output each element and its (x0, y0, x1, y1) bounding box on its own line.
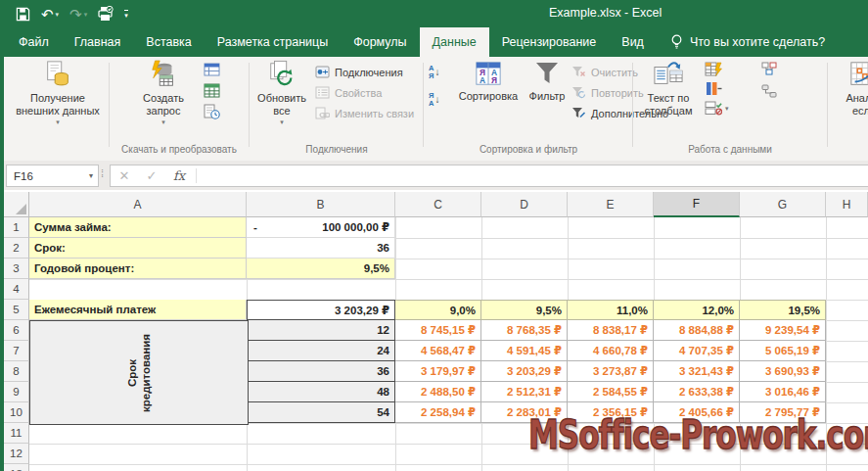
cell-payment[interactable]: 4 660,78 ₽ (568, 341, 654, 361)
undo-icon[interactable]: ↶▾ (41, 7, 59, 22)
cell-b5[interactable]: 3 203,29 ₽ (247, 300, 395, 320)
insert-function-button[interactable]: fx (165, 168, 193, 183)
text-to-columns-button[interactable]: Текст по столбцам (638, 60, 699, 118)
connections-button[interactable]: Подключения (315, 62, 414, 82)
row-header-7[interactable]: 7 (4, 341, 29, 361)
group-label-connections: Подключения (251, 144, 423, 155)
row-header-10[interactable]: 10 (4, 402, 29, 423)
row-header-3[interactable]: 3 (4, 259, 29, 279)
relationships-icon[interactable] (761, 84, 777, 98)
cell-payment[interactable]: 5 065,19 ₽ (740, 341, 826, 361)
tab-insert[interactable]: Вставка (133, 27, 204, 57)
cell-payment[interactable]: 3 179,97 ₽ (395, 361, 481, 382)
cell-payment[interactable]: 3 273,87 ₽ (568, 361, 654, 382)
tab-formulas[interactable]: Формулы (341, 27, 419, 57)
cell-rate-header[interactable]: 12,0% (654, 300, 740, 320)
cell-payment[interactable]: 2 488,50 ₽ (395, 382, 481, 402)
undo-caret-icon[interactable]: ▾ (56, 11, 60, 18)
cell-rate-header[interactable]: 19,5% (740, 300, 826, 320)
sort-descending-icon[interactable]: ЯА↓ (429, 92, 439, 107)
cell-payment[interactable]: 8 884,88 ₽ (654, 320, 740, 341)
cell-b2[interactable]: 36 (247, 238, 395, 259)
name-box[interactable]: F16 ▾ (6, 165, 99, 187)
column-header-G[interactable]: G (740, 192, 826, 217)
cell-rate-header[interactable]: 11,0% (568, 300, 654, 320)
cell-term[interactable]: 24 (247, 341, 395, 361)
recent-sources-icon[interactable] (204, 104, 220, 119)
cell-payment[interactable]: 3 203,29 ₽ (481, 361, 568, 382)
cell-term[interactable]: 12 (247, 320, 395, 341)
save-icon[interactable] (16, 7, 30, 22)
tab-view[interactable]: Вид (609, 27, 657, 57)
column-header-D[interactable]: D (481, 192, 568, 217)
cell-payment[interactable]: 3 690,93 ₽ (740, 361, 826, 382)
cell-payment[interactable]: 2 633,38 ₽ (654, 382, 740, 402)
data-validation-button[interactable]: ▾ (705, 101, 729, 116)
ribbon-tabs: ФайлГлавнаяВставкаРазметка страницыФорму… (6, 27, 657, 57)
get-external-data-button[interactable]: Получение внешних данных ▾ (14, 60, 102, 126)
merged-cell-loan-term[interactable]: Срок кредитования (29, 320, 249, 425)
show-queries-icon[interactable] (204, 63, 220, 77)
column-header-F[interactable]: F (654, 192, 740, 217)
tab-review[interactable]: Рецензирование (489, 27, 610, 57)
sort-button[interactable]: ЯААЯ Сортировка (452, 60, 525, 103)
what-if-analysis-button[interactable]: Анализ если (835, 60, 868, 118)
cell-rate-header[interactable]: 9,5% (481, 300, 568, 320)
column-header-C[interactable]: C (395, 192, 481, 217)
cell-payment[interactable]: 2 512,31 ₽ (481, 382, 568, 402)
cell-payment[interactable]: 4 591,45 ₽ (481, 341, 568, 361)
cell-payment[interactable]: 2 584,55 ₽ (568, 382, 654, 402)
cell-rate-header[interactable]: 9,0% (395, 300, 481, 320)
tab-home[interactable]: Главная (62, 27, 134, 57)
row-header-12[interactable]: 12 (4, 444, 29, 464)
cell-b1[interactable]: - 100 000,00 ₽ (247, 217, 395, 238)
refresh-all-button[interactable]: Обновить все ▾ (252, 60, 311, 126)
cell-payment[interactable]: 8 768,35 ₽ (481, 320, 568, 341)
customize-quick-access-icon[interactable]: ▾ (124, 10, 128, 19)
consolidate-icon[interactable] (761, 62, 777, 75)
cell-payment[interactable]: 3 016,46 ₽ (740, 382, 826, 402)
cell-a3[interactable]: Годовой процент: (29, 259, 247, 279)
row-header-5[interactable]: 5 (4, 300, 29, 320)
print-preview-icon[interactable] (98, 6, 114, 22)
cell-term[interactable]: 36 (247, 361, 395, 382)
cell-payment[interactable]: 8 745,15 ₽ (395, 320, 481, 341)
column-header-E[interactable]: E (568, 192, 654, 217)
name-box-caret-icon[interactable]: ▾ (84, 171, 98, 180)
tab-file[interactable]: Файл (6, 27, 62, 57)
cell-b3[interactable]: 9,5% (247, 259, 395, 279)
filter-label: Фильтр (529, 90, 566, 103)
tell-me-box[interactable]: Что вы хотите сделать? (661, 27, 835, 57)
row-header-9[interactable]: 9 (4, 382, 29, 402)
cell-payment[interactable]: 9 239,54 ₽ (740, 320, 826, 341)
cell-a2[interactable]: Срок: (29, 238, 247, 259)
tab-data[interactable]: Данные (420, 27, 489, 57)
row-header-1[interactable]: 1 (4, 217, 29, 238)
column-header-A[interactable]: A (29, 192, 247, 217)
cell-payment[interactable]: 3 321,43 ₽ (654, 361, 740, 382)
flash-fill-icon[interactable] (705, 62, 729, 76)
cell-payment[interactable]: 8 838,17 ₽ (568, 320, 654, 341)
row-header-4[interactable]: 4 (4, 279, 29, 300)
tab-page-layout[interactable]: Разметка страницы (205, 27, 341, 57)
remove-duplicates-icon[interactable] (705, 81, 729, 96)
cell-payment[interactable]: 4 568,47 ₽ (395, 341, 481, 361)
cell-payment[interactable]: 2 258,94 ₽ (395, 402, 481, 423)
from-table-icon[interactable] (204, 83, 220, 98)
new-query-button[interactable]: Создать запрос ▾ (133, 60, 194, 126)
row-header-8[interactable]: 8 (4, 361, 29, 382)
row-header-11[interactable]: 11 (4, 423, 29, 444)
column-header-B[interactable]: B (247, 192, 395, 217)
select-all-corner[interactable] (4, 192, 29, 217)
sort-ascending-icon[interactable]: АЯ↓ (429, 65, 439, 79)
column-header-H[interactable]: H (826, 192, 868, 217)
filter-button[interactable]: Фильтр (525, 60, 570, 103)
cell-term[interactable]: 54 (247, 402, 395, 423)
row-header-6[interactable]: 6 (4, 320, 29, 341)
row-header-13[interactable]: 13 (4, 464, 29, 471)
cell-a1[interactable]: Сумма займа: (29, 217, 247, 238)
cell-payment[interactable]: 4 707,35 ₽ (654, 341, 740, 361)
cell-term[interactable]: 48 (247, 382, 395, 402)
formula-bar-drag-handle[interactable]: ⁞ (101, 167, 104, 179)
row-header-2[interactable]: 2 (4, 238, 29, 259)
